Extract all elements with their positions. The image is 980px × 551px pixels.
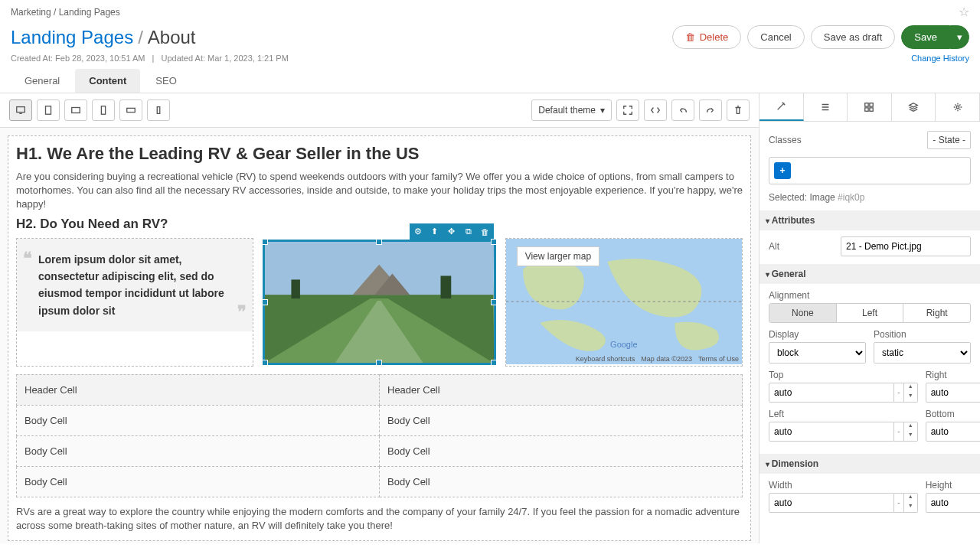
align-right[interactable]: Right [903,304,970,322]
sidetab-styles-icon[interactable] [760,93,804,121]
alt-input[interactable] [841,236,971,256]
table-cell[interactable]: Body Cell [17,405,380,435]
device-tablet-land-icon[interactable] [64,99,87,121]
svg-rect-18 [865,108,868,111]
sel-settings-icon[interactable]: ⚙ [410,223,426,240]
content-h2[interactable]: H2. Do You Need an RV? [16,217,743,232]
caret-down-icon: ▾ [600,105,605,116]
clear-icon[interactable] [727,99,750,121]
undo-icon[interactable] [671,99,694,121]
svg-rect-5 [157,107,160,114]
meta-timestamps: Created At: Feb 28, 2023, 10:51 AM | Upd… [11,54,289,63]
position-select[interactable]: static [874,342,971,364]
svg-rect-3 [101,106,105,115]
bottom-input[interactable] [926,422,980,442]
tab-seo[interactable]: SEO [142,69,190,93]
table-header[interactable]: Header Cell [17,374,380,405]
redo-icon[interactable] [699,99,722,121]
tab-content[interactable]: Content [75,69,140,93]
section-general[interactable]: General [760,264,980,284]
sel-parent-icon[interactable]: ⬆ [426,223,443,240]
sidetab-blocks-icon[interactable] [848,93,892,121]
tab-general[interactable]: General [11,69,74,93]
content-p1[interactable]: Are you considering buying a recreationa… [16,170,743,212]
svg-point-20 [956,106,959,109]
align-left[interactable]: Left [837,304,904,322]
table-cell[interactable]: Body Cell [17,466,380,497]
title-current: About [148,27,196,48]
theme-select[interactable]: Default theme ▾ [531,99,612,121]
code-icon[interactable] [644,99,667,121]
column-quote[interactable]: Lorem ipsum dolor sit amet, consectetur … [16,238,253,367]
map-footer: Keyboard shortcuts Map data ©2023 Terms … [576,355,739,363]
table-header[interactable]: Header Cell [380,374,743,405]
sel-move-icon[interactable]: ✥ [443,223,460,240]
content-table[interactable]: Header Cell Header Cell Body CellBody Ce… [16,374,743,497]
svg-rect-17 [870,103,873,106]
selected-image[interactable]: ⚙ ⬆ ✥ ⧉ 🗑 [263,240,495,365]
width-input[interactable] [769,493,894,513]
google-logo: Google [610,340,637,349]
svg-rect-11 [441,276,452,298]
svg-rect-0 [17,107,25,112]
display-label: Display [769,329,866,340]
device-desktop-icon[interactable] [9,99,32,121]
alt-label: Alt [769,241,779,252]
selection-toolbar: ⚙ ⬆ ✥ ⧉ 🗑 [410,223,494,240]
change-history-link[interactable]: Change History [911,54,969,63]
table-cell[interactable]: Body Cell [380,405,743,435]
state-select[interactable]: - State - [927,131,971,149]
svg-rect-1 [46,106,51,115]
down-icon[interactable]: ▼ [904,393,917,402]
save-draft-button[interactable]: Save as draft [811,25,896,49]
table-cell[interactable]: Body Cell [380,435,743,466]
breadcrumb[interactable]: Marketing / Landing Pages [11,7,120,18]
save-button[interactable]: Save [901,25,950,49]
classes-box[interactable]: + [769,157,971,184]
section-dimension[interactable]: Dimension [760,454,980,474]
section-attributes[interactable]: Attributes [760,210,980,230]
top-input[interactable] [769,383,894,403]
map-view-larger[interactable]: View larger map [517,246,599,266]
content-p2[interactable]: RVs are a great way to explore the count… [16,505,743,533]
table-cell[interactable]: Body Cell [380,466,743,497]
sidetab-settings-icon[interactable] [936,93,980,121]
left-input[interactable] [769,422,894,442]
favorite-star-icon[interactable]: ☆ [959,5,969,19]
delete-button[interactable]: 🗑Delete [672,25,742,49]
svg-rect-4 [127,108,136,112]
device-tablet-icon[interactable] [37,99,60,121]
content-h1[interactable]: H1. We Are the Leading RV & Gear Seller … [16,144,743,164]
title-sep: / [138,27,143,48]
display-select[interactable]: block [769,342,866,364]
blockquote[interactable]: Lorem ipsum dolor sit amet, consectetur … [17,239,253,332]
map-embed[interactable]: View larger map Google Keyboard shortcut… [506,239,742,364]
cancel-button[interactable]: Cancel [747,25,804,49]
table-cell[interactable]: Body Cell [17,435,380,466]
title-link[interactable]: Landing Pages [11,27,133,48]
bottom-label: Bottom [926,409,980,419]
height-input[interactable] [926,493,980,513]
sidetab-traits-icon[interactable] [804,93,848,121]
device-small-icon[interactable] [147,99,170,121]
sel-copy-icon[interactable]: ⧉ [460,223,477,240]
left-label: Left [769,409,918,419]
column-map[interactable]: View larger map Google Keyboard shortcut… [505,238,743,367]
align-none[interactable]: None [769,304,837,322]
sel-delete-icon[interactable]: 🗑 [477,223,494,240]
image-preview [265,242,493,363]
device-mobile-land-icon[interactable] [119,99,142,121]
sidetab-layers-icon[interactable] [892,93,936,121]
right-input[interactable] [926,383,980,403]
fullscreen-icon[interactable] [616,99,639,121]
up-icon[interactable]: ▲ [904,383,917,393]
column-image[interactable]: ⚙ ⬆ ✥ ⧉ 🗑 [261,238,497,367]
svg-rect-19 [870,108,873,111]
selected-element: Selected: Image #iqk0p [769,192,971,203]
save-dropdown[interactable]: ▾ [950,25,969,49]
classes-label: Classes [769,135,802,145]
add-class-button[interactable]: + [774,162,791,179]
device-mobile-icon[interactable] [92,99,115,121]
alignment-label: Alignment [769,290,971,301]
height-label: Height [926,480,980,491]
